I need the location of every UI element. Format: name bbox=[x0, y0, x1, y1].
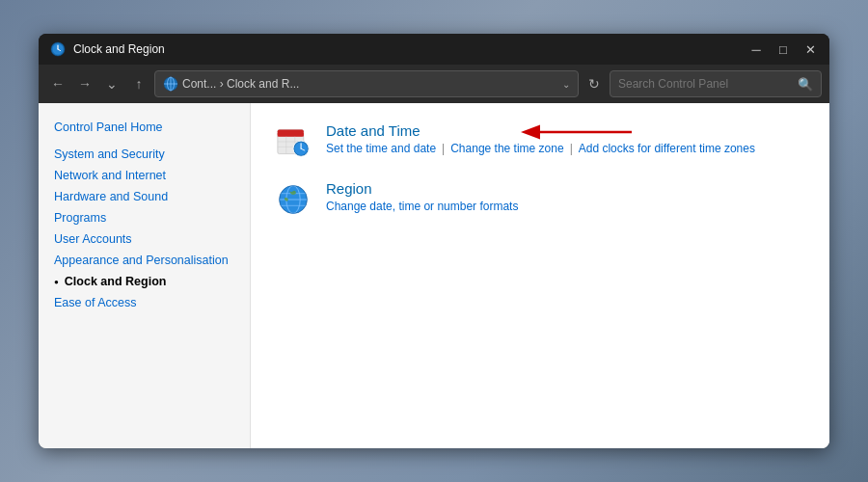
region-icon bbox=[274, 180, 312, 219]
region-links: Change date, time or number formats bbox=[326, 200, 806, 213]
close-button[interactable]: ✕ bbox=[802, 42, 818, 57]
sidebar-item-programs[interactable]: Programs bbox=[39, 207, 250, 228]
address-chevron-icon: ⌄ bbox=[562, 79, 570, 90]
sidebar-item-appearance[interactable]: Appearance and Personalisation bbox=[39, 250, 250, 271]
address-path: Cont... › Clock and R... bbox=[182, 77, 558, 91]
separator-1: | bbox=[442, 142, 445, 155]
date-time-title[interactable]: Date and Time bbox=[326, 122, 806, 139]
recent-pages-button[interactable]: ⌄ bbox=[100, 72, 123, 95]
sidebar-link-user-accounts[interactable]: User Accounts bbox=[54, 232, 132, 246]
up-button[interactable]: ↑ bbox=[127, 72, 150, 95]
region-content: Region Change date, time or number forma… bbox=[326, 180, 806, 213]
sidebar-link-programs[interactable]: Programs bbox=[54, 211, 106, 225]
sidebar-item-system-security[interactable]: System and Security bbox=[39, 144, 250, 165]
sidebar-link-control-panel-home[interactable]: Control Panel Home bbox=[54, 120, 163, 134]
sidebar-link-network-internet[interactable]: Network and Internet bbox=[54, 169, 166, 182]
sidebar-item-network-internet[interactable]: Network and Internet bbox=[39, 165, 250, 186]
sidebar-item-hardware-sound[interactable]: Hardware and Sound bbox=[39, 186, 250, 207]
search-box[interactable]: 🔍 bbox=[610, 70, 822, 97]
globe-icon-svg bbox=[276, 182, 311, 217]
sidebar-item-control-panel-home[interactable]: Control Panel Home bbox=[39, 117, 250, 138]
change-date-formats-link[interactable]: Change date, time or number formats bbox=[326, 200, 518, 213]
date-time-section: Date and Time Set the time and date | Ch… bbox=[274, 122, 806, 161]
window-title: Clock and Region bbox=[73, 42, 748, 56]
window-icon bbox=[50, 41, 66, 57]
window: Clock and Region ─ □ ✕ ← → ⌄ ↑ Cont... ›… bbox=[39, 34, 829, 448]
search-input[interactable] bbox=[618, 77, 794, 91]
sidebar: Control Panel Home System and Security N… bbox=[39, 103, 251, 448]
title-bar: Clock and Region ─ □ ✕ bbox=[39, 34, 829, 65]
add-clocks-link[interactable]: Add clocks for different time zones bbox=[579, 142, 755, 155]
change-timezone-link[interactable]: Change the time zone bbox=[450, 142, 563, 155]
separator-2: | bbox=[570, 142, 573, 155]
sidebar-link-hardware-sound[interactable]: Hardware and Sound bbox=[54, 190, 168, 203]
sidebar-item-user-accounts[interactable]: User Accounts bbox=[39, 228, 250, 250]
sidebar-label-clock-region: Clock and Region bbox=[65, 275, 167, 288]
address-bar: ← → ⌄ ↑ Cont... › Clock and R... ⌄ ↻ 🔍 bbox=[39, 65, 829, 103]
back-button[interactable]: ← bbox=[46, 72, 69, 95]
main-panel: Date and Time Set the time and date | Ch… bbox=[251, 103, 829, 448]
region-section: Region Change date, time or number forma… bbox=[274, 180, 806, 219]
date-time-icon bbox=[274, 122, 312, 161]
search-icon: 🔍 bbox=[798, 77, 813, 92]
svg-rect-12 bbox=[278, 133, 304, 137]
sidebar-link-appearance[interactable]: Appearance and Personalisation bbox=[54, 254, 229, 267]
sidebar-item-clock-region[interactable]: ● Clock and Region bbox=[39, 271, 250, 292]
date-time-content: Date and Time Set the time and date | Ch… bbox=[326, 122, 806, 155]
address-field[interactable]: Cont... › Clock and R... ⌄ bbox=[154, 70, 579, 97]
minimize-button[interactable]: ─ bbox=[748, 42, 764, 57]
window-controls: ─ □ ✕ bbox=[748, 42, 818, 57]
region-title[interactable]: Region bbox=[326, 180, 806, 197]
forward-button[interactable]: → bbox=[73, 72, 96, 95]
set-time-date-link[interactable]: Set the time and date bbox=[326, 142, 436, 155]
clock-icon-svg bbox=[276, 124, 311, 159]
date-time-links: Set the time and date | Change the time … bbox=[326, 142, 806, 155]
refresh-button[interactable]: ↻ bbox=[583, 72, 606, 95]
content-area: Control Panel Home System and Security N… bbox=[39, 103, 829, 448]
maximize-button[interactable]: □ bbox=[775, 42, 791, 57]
sidebar-link-ease-of-access[interactable]: Ease of Access bbox=[54, 296, 136, 309]
sidebar-item-ease-of-access[interactable]: Ease of Access bbox=[39, 292, 250, 313]
address-globe-icon bbox=[163, 76, 178, 92]
active-bullet: ● bbox=[54, 278, 59, 286]
sidebar-link-system-security[interactable]: System and Security bbox=[54, 147, 165, 161]
